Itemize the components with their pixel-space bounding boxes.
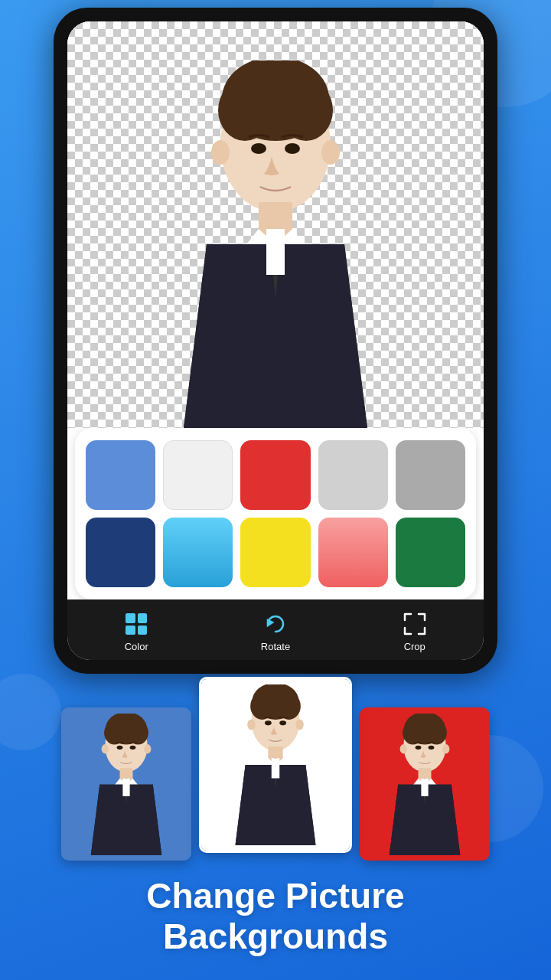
phone-mockup: Color Rotate <box>54 8 497 674</box>
person-image <box>145 60 406 428</box>
svg-point-6 <box>251 143 266 154</box>
svg-point-38 <box>429 745 435 749</box>
bottom-section: Change Picture Backgrounds <box>0 677 551 980</box>
svg-point-37 <box>416 745 422 749</box>
svg-point-18 <box>130 745 136 749</box>
svg-point-36 <box>442 744 449 753</box>
svg-point-17 <box>117 745 123 749</box>
svg-point-4 <box>211 140 230 165</box>
rotate-label: Rotate <box>261 641 290 652</box>
svg-point-7 <box>285 143 300 154</box>
toolbar: Color Rotate <box>67 599 484 660</box>
headline-line2: Backgrounds <box>163 916 388 956</box>
rotate-tool[interactable]: Rotate <box>261 610 290 652</box>
svg-rect-40 <box>421 779 428 796</box>
swatch-white[interactable] <box>163 440 233 510</box>
svg-point-5 <box>321 140 340 165</box>
rotate-icon <box>262 610 289 638</box>
preview-row <box>0 677 551 861</box>
swatch-yellow[interactable] <box>240 518 310 587</box>
svg-rect-30 <box>272 758 280 778</box>
phone-screen: Color Rotate <box>67 21 484 660</box>
swatch-gray[interactable] <box>396 440 465 510</box>
color-palette <box>75 428 476 599</box>
svg-point-25 <box>247 720 256 730</box>
headline: Change Picture Backgrounds <box>0 876 551 957</box>
svg-rect-9 <box>266 229 285 275</box>
color-label: Color <box>125 641 148 652</box>
swatch-sky-blue[interactable] <box>163 518 233 587</box>
swatch-dark-blue[interactable] <box>86 518 155 587</box>
swatch-light-gray[interactable] <box>318 440 388 510</box>
headline-line1: Change Picture <box>146 876 404 916</box>
svg-point-16 <box>144 744 151 753</box>
preview-white[interactable] <box>199 677 352 853</box>
photo-area <box>67 21 484 428</box>
swatch-blue[interactable] <box>86 440 155 510</box>
swatch-green[interactable] <box>396 518 465 587</box>
crop-icon <box>401 610 429 638</box>
svg-marker-10 <box>268 620 272 626</box>
preview-red[interactable] <box>360 707 490 861</box>
svg-point-28 <box>279 720 286 725</box>
color-tool[interactable]: Color <box>122 610 150 652</box>
svg-point-26 <box>295 720 304 730</box>
swatch-red[interactable] <box>240 440 310 510</box>
color-icon <box>122 610 150 638</box>
preview-blue[interactable] <box>61 707 191 861</box>
swatch-pink[interactable] <box>318 518 388 587</box>
svg-point-27 <box>265 720 272 725</box>
crop-label: Crop <box>404 641 425 652</box>
crop-tool[interactable]: Crop <box>401 610 429 652</box>
svg-rect-20 <box>122 779 129 796</box>
svg-point-35 <box>400 744 407 753</box>
svg-point-15 <box>102 744 109 753</box>
